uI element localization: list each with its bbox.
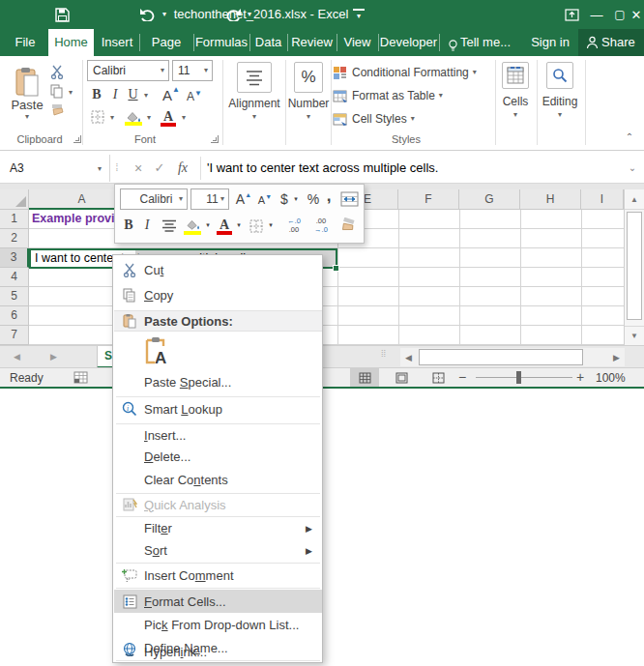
column-header-h[interactable]: H [520, 189, 581, 210]
collapse-ribbon-icon[interactable]: ⌃ [621, 130, 638, 143]
macro-record-icon[interactable] [73, 371, 88, 384]
tell-me-box[interactable]: Tell me... [460, 29, 520, 56]
sheet-nav-left-icon[interactable]: ◀ [14, 352, 20, 362]
tab-page-layout[interactable]: Page Layo [140, 29, 192, 56]
mini-shrink-font-button[interactable]: A▼ [256, 192, 274, 208]
clipboard-dialog-launcher[interactable] [73, 135, 81, 143]
tab-scrollbar-splitter[interactable]: ⁞⁞ [381, 351, 387, 364]
sign-in-button[interactable]: Sign in [527, 29, 573, 56]
insert-function-button[interactable]: fx [172, 155, 193, 182]
copy-icon[interactable] [48, 83, 66, 99]
zoom-slider-thumb[interactable] [516, 371, 521, 384]
number-group-button[interactable]: % Number ▾ [287, 56, 330, 151]
editing-group-button[interactable]: Editing ▾ [539, 56, 581, 151]
mini-bold-button[interactable]: B [121, 216, 136, 235]
zoom-slider-track[interactable] [476, 377, 572, 378]
column-header-i[interactable]: I [581, 189, 624, 210]
underline-button[interactable]: U [126, 86, 140, 103]
conditional-formatting-button[interactable]: Conditional Formatting▾ [333, 62, 493, 83]
formula-bar-grip[interactable]: ⁞ [114, 155, 120, 182]
tab-home[interactable]: Home [48, 29, 94, 56]
tab-review[interactable]: Review [288, 29, 336, 56]
menu-item-insert-comment[interactable]: Insert Comment [114, 564, 322, 587]
mini-font-color-icon[interactable]: A [216, 215, 233, 235]
menu-item-delete[interactable]: Delete... [114, 446, 322, 468]
menu-item-copy[interactable]: Copy [114, 282, 322, 307]
view-page-layout-button[interactable] [387, 368, 416, 387]
column-header-g[interactable]: G [459, 189, 520, 210]
horizontal-scrollbar-thumb[interactable] [419, 349, 583, 365]
mini-font-size-combo[interactable]: 11▾ [190, 188, 229, 210]
mini-percent-button[interactable]: % [305, 189, 322, 209]
expand-formula-bar-icon[interactable]: ⌄ [625, 155, 640, 182]
font-color-icon[interactable]: A [160, 107, 177, 127]
borders-dropdown-icon[interactable]: ▾ [108, 112, 116, 122]
menu-item-paste-special[interactable]: Paste Special... [114, 370, 322, 393]
format-painter-icon[interactable] [48, 102, 66, 118]
tab-insert[interactable]: Insert [96, 29, 138, 56]
ribbon-display-options-icon[interactable] [559, 0, 584, 29]
menu-item-paste-keep-source-formatting[interactable]: A [114, 334, 322, 367]
mini-increase-decimal-icon[interactable]: ←.0 .00 [281, 216, 307, 235]
row-header-2[interactable]: 2 [0, 229, 29, 248]
mini-currency-dropdown-icon[interactable]: ▾ [292, 194, 300, 204]
tab-data[interactable]: Data [250, 29, 286, 56]
menu-item-hyperlink[interactable]: Hyperlink... [114, 641, 322, 662]
copy-dropdown-icon[interactable]: ▾ [67, 87, 74, 97]
scroll-left-icon[interactable]: ◀ [405, 353, 412, 362]
cell-styles-button[interactable]: Cell Styles▾ [333, 108, 493, 130]
font-color-dropdown-icon[interactable]: ▾ [180, 112, 188, 122]
mini-merge-center-icon[interactable] [338, 189, 360, 209]
share-button[interactable]: Share [578, 29, 644, 56]
paste-button[interactable]: Paste ▾ [8, 60, 46, 128]
vertical-scrollbar[interactable]: ▲ ▼ [624, 189, 644, 345]
sheet-nav-right-icon[interactable]: ▶ [50, 352, 57, 362]
cut-icon[interactable] [48, 64, 66, 79]
select-all-corner[interactable] [0, 189, 29, 210]
close-button[interactable]: ✕ [629, 0, 644, 29]
row-header-7[interactable]: 7 [0, 326, 29, 345]
view-normal-button[interactable] [350, 368, 379, 387]
tab-developer[interactable]: Developer [379, 29, 438, 56]
tab-file[interactable]: File [4, 29, 46, 56]
font-name-combo[interactable]: Calibri▾ [87, 60, 169, 81]
cells-group-button[interactable]: Cells ▾ [497, 56, 534, 151]
name-box-dropdown-icon[interactable]: ▾ [98, 165, 102, 173]
selection-fill-handle[interactable] [333, 265, 339, 272]
bold-button[interactable]: B [89, 86, 104, 103]
enter-button[interactable]: ✓ [151, 155, 168, 182]
menu-item-sort[interactable]: Sort ▶ [114, 539, 322, 562]
column-header-f[interactable]: F [398, 189, 459, 210]
menu-item-cut[interactable]: Cut [114, 257, 322, 282]
borders-icon[interactable] [89, 109, 106, 125]
menu-item-pick-from-dropdown-list[interactable]: Pick From Drop-down List... [114, 613, 322, 636]
scroll-right-icon[interactable]: ▶ [613, 353, 620, 362]
italic-button[interactable]: I [108, 86, 122, 103]
underline-dropdown-icon[interactable]: ▾ [142, 90, 150, 100]
row-header-4[interactable]: 4 [0, 268, 29, 287]
paste-dropdown-icon[interactable]: ▾ [25, 112, 29, 121]
mini-center-align-icon[interactable] [160, 217, 179, 234]
fill-color-icon[interactable] [124, 108, 143, 126]
mini-format-painter-icon[interactable] [337, 216, 359, 235]
formula-bar-input[interactable]: 'I want to center text across multiple c… [207, 155, 438, 182]
scroll-up-icon[interactable]: ▲ [625, 189, 644, 210]
row-header-6[interactable]: 6 [0, 306, 29, 326]
zoom-level[interactable]: 100% [596, 371, 626, 385]
mini-borders-dropdown-icon[interactable]: ▾ [267, 220, 275, 230]
horizontal-scrollbar[interactable]: ◀ ▶ [400, 348, 625, 366]
font-size-combo[interactable]: 11▾ [172, 60, 213, 81]
cell-a1[interactable]: Example provi [32, 212, 114, 225]
menu-item-insert[interactable]: Insert... [114, 424, 322, 446]
minimize-button[interactable]: — [584, 0, 609, 29]
mini-fill-color-icon[interactable] [183, 216, 202, 235]
mini-borders-icon[interactable] [248, 217, 265, 234]
mini-fill-color-dropdown-icon[interactable]: ▾ [204, 220, 212, 230]
mini-grow-font-button[interactable]: A▲ [235, 190, 252, 208]
font-dialog-launcher[interactable] [211, 135, 219, 143]
row-header-3[interactable]: 3 [0, 248, 29, 268]
tab-view[interactable]: View [337, 29, 377, 56]
fill-color-dropdown-icon[interactable]: ▾ [145, 112, 153, 122]
menu-item-filter[interactable]: Filter ▶ [114, 517, 322, 539]
mini-italic-button[interactable]: I [140, 216, 154, 235]
